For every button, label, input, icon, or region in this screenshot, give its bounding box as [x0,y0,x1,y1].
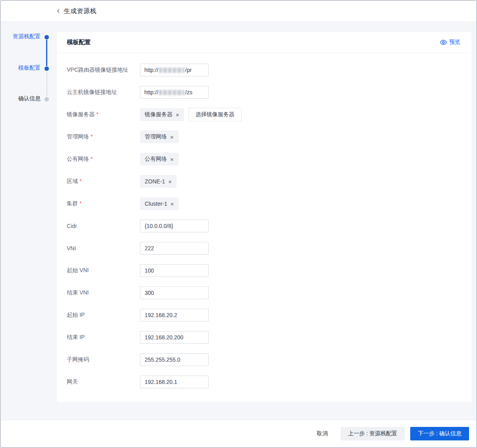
redacted-url-segment [159,90,184,95]
netmask-input[interactable] [140,353,209,366]
step-connector-pending [47,72,47,96]
prev-step-button[interactable]: 上一步 : 资源栈配置 [341,427,405,440]
footer-bar: 取消 上一步 : 资源栈配置 下一步 : 确认信息 [1,420,476,447]
template-form: VPC路由器镜像链接地址http:///pr云主机镜像链接地址http:///z… [57,53,471,388]
step-dot-1 [45,35,49,39]
end-vni-label: 结束 VNI [67,289,140,296]
redacted-url-segment [159,68,184,73]
zone-tag: ZONE-1× [140,175,176,188]
start-ip-input[interactable] [140,309,209,321]
cidr-label: Cidr [67,223,140,229]
zone-label: 区域* [67,178,140,185]
form-row-netmask: 子网掩码 [67,353,471,366]
start-ip-label: 起始 IP [67,312,140,319]
form-row-end-vni: 结束 VNI [67,286,471,299]
mgmt-network-label: 管理网络* [67,133,140,140]
host-image-url-label: 云主机镜像链接地址 [67,89,140,96]
form-row-public-network: 公有网络*公有网络× [67,153,471,166]
next-step-button[interactable]: 下一步 : 确认信息 [410,427,469,440]
end-ip-label: 结束 IP [67,334,140,341]
required-asterisk: * [80,200,81,206]
form-row-gateway: 网关 [67,376,471,388]
back-chevron-icon[interactable]: ‹ [57,6,60,16]
panel-title: 模板配置 [67,39,91,46]
zone-tag-label: ZONE-1 [145,178,165,185]
zone-tag-remove-icon[interactable]: × [168,179,172,185]
start-vni-label: 起始 VNI [67,267,140,274]
preview-label: 预览 [449,39,460,46]
url-prefix: http:// [144,89,158,95]
gateway-label: 网关 [67,378,140,386]
url-prefix: http:// [144,67,158,73]
required-asterisk: * [96,111,98,117]
mgmt-network-tag-label: 管理网络 [145,133,167,140]
required-asterisk: * [91,133,93,140]
step-item-3[interactable]: 确认信息 [18,95,41,102]
select-image-server-button[interactable]: 选择镜像服务器 [188,108,242,121]
image-server-tag: 镜像服务器× [140,108,184,121]
form-row-end-ip: 结束 IP [67,331,471,344]
public-network-label: 公有网络* [67,156,140,163]
public-network-tag-remove-icon[interactable]: × [170,156,174,162]
step-item-2[interactable]: 模板配置 [18,64,41,72]
end-vni-input[interactable] [140,286,209,299]
public-network-tag: 公有网络× [140,153,178,166]
page-header: ‹ 生成资源栈 [1,1,476,22]
host-image-url-input[interactable]: http:///zs [140,86,209,99]
start-vni-input[interactable] [140,264,209,277]
step-dot-2 [45,66,49,71]
url-suffix: /zs [185,89,192,95]
form-row-vni: VNI [67,242,471,255]
step-item-1[interactable]: 资源栈配置 [13,33,41,40]
step-sidebar: 资源栈配置模板配置确认信息 [1,22,58,419]
form-row-start-vni: 起始 VNI [67,264,471,277]
image-server-tag-remove-icon[interactable]: × [176,112,179,118]
eye-icon [440,40,447,45]
vpc-router-image-url-input[interactable]: http:///pr [140,64,209,76]
form-row-cidr: Cidr [67,220,471,232]
form-row-vpc-router-image-url: VPC路由器镜像链接地址http:///pr [67,64,471,76]
preview-button[interactable]: 预览 [440,39,460,46]
cluster-tag: Cluster-1× [140,197,179,210]
form-row-cluster: 集群*Cluster-1× [67,197,471,210]
form-row-start-ip: 起始 IP [67,309,471,321]
cancel-button[interactable]: 取消 [317,430,328,437]
required-asterisk: * [91,156,93,162]
app-window: ‹ 生成资源栈 资源栈配置模板配置确认信息 模板配置 预览 VPC路由器镜像链接… [0,0,477,448]
image-server-label: 镜像服务器* [67,111,140,118]
mgmt-network-tag-remove-icon[interactable]: × [170,134,174,140]
image-server-tag-label: 镜像服务器 [145,111,173,118]
gateway-input[interactable] [140,376,209,388]
cluster-tag-label: Cluster-1 [145,201,167,207]
end-ip-input[interactable] [140,331,209,344]
vpc-router-image-url-label: VPC路由器镜像链接地址 [67,66,140,74]
mgmt-network-tag: 管理网络× [140,131,178,143]
form-row-zone: 区域*ZONE-1× [67,175,471,188]
url-suffix: /pr [185,67,192,73]
vni-label: VNI [67,245,140,251]
netmask-label: 子网掩码 [67,356,140,363]
vni-input[interactable] [140,242,209,255]
step-connector-active [46,40,47,66]
form-row-host-image-url: 云主机镜像链接地址http:///zs [67,86,471,99]
form-row-image-server: 镜像服务器*镜像服务器×选择镜像服务器 [67,108,471,121]
cluster-label: 集群* [67,200,140,207]
page-title: 生成资源栈 [64,7,97,16]
cidr-input[interactable] [140,220,209,232]
template-config-panel: 模板配置 预览 VPC路由器镜像链接地址http:///pr云主机镜像链接地址h… [57,32,471,402]
required-asterisk: * [80,178,81,184]
form-row-mgmt-network: 管理网络*管理网络× [67,131,471,143]
step-dot-3 [45,97,49,101]
cluster-tag-remove-icon[interactable]: × [171,201,174,207]
public-network-tag-label: 公有网络 [145,156,167,163]
panel-header: 模板配置 预览 [57,32,471,53]
